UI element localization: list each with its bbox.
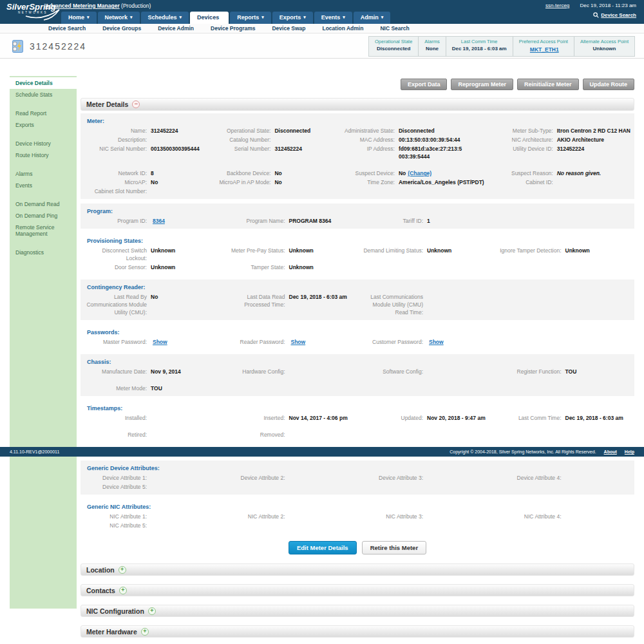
action-button[interactable]: Reinitialize Meter bbox=[517, 79, 579, 90]
nav-tab[interactable]: Schedules ▾ bbox=[141, 12, 189, 24]
field: MicroAP in AP Mode: No bbox=[208, 178, 325, 186]
expand-icon[interactable]: + bbox=[148, 607, 156, 615]
current-datetime: Dec 19, 2018 - 11:23 am bbox=[580, 3, 636, 8]
subnav-item[interactable]: Location Admin bbox=[322, 25, 363, 32]
field: Demand Limiting Status: Unknown bbox=[361, 247, 493, 262]
sidebar-item[interactable]: Read Report bbox=[10, 108, 77, 119]
expand-icon[interactable]: + bbox=[118, 566, 126, 574]
field: Catalog Number: bbox=[208, 136, 325, 144]
field-label: Suspect Reason: bbox=[491, 169, 557, 177]
sidebar-item[interactable]: Diagnostics bbox=[10, 247, 77, 258]
sidebar-item[interactable]: Route History bbox=[10, 149, 77, 161]
expand-icon[interactable]: + bbox=[141, 628, 149, 636]
collapsed-section-header[interactable]: Contacts + bbox=[80, 584, 634, 596]
sidebar-item[interactable]: On Demand Read bbox=[10, 198, 77, 210]
field-link[interactable]: Show bbox=[429, 338, 444, 346]
field: Cabinet ID: bbox=[491, 178, 630, 186]
field-value: Unknown bbox=[151, 247, 175, 254]
nav-tab[interactable]: Devices bbox=[190, 12, 229, 24]
nav-tab[interactable]: Admin ▾ bbox=[354, 12, 391, 24]
field-label: Demand Limiting Status: bbox=[361, 247, 427, 254]
nav-tab[interactable]: Exports ▾ bbox=[272, 12, 313, 24]
field-link[interactable]: Show bbox=[153, 338, 167, 346]
quick-search-label[interactable]: Device Search bbox=[601, 12, 636, 18]
action-button[interactable]: Export Data bbox=[401, 79, 448, 90]
about-link[interactable]: About bbox=[604, 450, 617, 454]
field-label: Last Data Read Processed Time: bbox=[223, 293, 289, 308]
subnav-item[interactable]: NIC Search bbox=[380, 25, 409, 32]
field-label: Utility Device ID: bbox=[491, 145, 557, 153]
field-label: NIC Attribute 5: bbox=[84, 522, 151, 529]
field bbox=[499, 384, 631, 392]
field: Description: bbox=[84, 136, 202, 144]
field: Last Comm Time: Dec 19, 2018 - 6:03 am bbox=[499, 414, 631, 422]
section-heading: Passwords: bbox=[84, 327, 630, 338]
field-link[interactable]: 8364 bbox=[153, 217, 165, 225]
collapsed-section-header[interactable]: Location + bbox=[80, 564, 634, 576]
field-value: No reason given. bbox=[557, 169, 601, 177]
device-sidebar: Device Details Schedule Stats Read Repor… bbox=[10, 76, 77, 609]
nav-tab[interactable]: Home ▾ bbox=[61, 12, 97, 24]
field-label: MicroAP: bbox=[84, 178, 151, 186]
field bbox=[491, 187, 630, 195]
field: Device Attribute 1: bbox=[84, 474, 216, 482]
meter-details-header[interactable]: Meter Details − bbox=[80, 98, 634, 111]
field-label: Tariff ID: bbox=[361, 217, 427, 225]
field-label: Software Config: bbox=[361, 368, 427, 375]
sidebar-item[interactable]: Events bbox=[10, 180, 77, 191]
field-link[interactable]: (Change) bbox=[408, 169, 431, 177]
field-label: Network ID: bbox=[84, 169, 151, 177]
field bbox=[332, 162, 484, 168]
field bbox=[361, 522, 493, 529]
field: Time Zone: America/Los_Angeles (PST/PDT) bbox=[332, 178, 484, 186]
field: Installed: bbox=[84, 414, 216, 422]
collapsed-section-title: NIC Configuration bbox=[86, 607, 144, 615]
nav-tab[interactable]: Network ▾ bbox=[98, 12, 140, 24]
field-label: Tamper State: bbox=[223, 263, 289, 271]
status-cell: Last Comm Time Dec 19, 2018 - 6:03 am bbox=[446, 37, 513, 56]
sidebar-item[interactable]: Remote Service Management bbox=[10, 222, 77, 240]
collapse-icon[interactable]: − bbox=[132, 100, 140, 108]
subnav-item[interactable]: Device Search bbox=[48, 25, 86, 32]
field: Hardware Config: bbox=[223, 368, 355, 375]
field-link[interactable]: Show bbox=[291, 338, 306, 346]
field: Retired: bbox=[84, 431, 216, 439]
nav-tab[interactable]: Events ▾ bbox=[314, 12, 352, 24]
field-label: Description: bbox=[84, 136, 151, 144]
nav-tab[interactable]: Reports ▾ bbox=[230, 12, 271, 24]
app-title-link[interactable]: Advanced Metering Manager bbox=[45, 3, 120, 9]
sidebar-item[interactable]: On Demand Ping bbox=[10, 210, 77, 222]
collapsed-section-header[interactable]: NIC Configuration + bbox=[80, 605, 634, 617]
subnav-item[interactable]: Device Admin bbox=[158, 25, 194, 32]
sidebar-item[interactable]: Device History bbox=[10, 138, 77, 149]
sidebar-item[interactable]: Schedule Stats bbox=[10, 89, 77, 100]
subnav-item[interactable]: Device Swap bbox=[272, 25, 305, 32]
field: Tariff ID: 1 bbox=[361, 217, 493, 225]
username-link[interactable]: ssn-terceg bbox=[545, 3, 569, 8]
sidebar-item[interactable]: Exports bbox=[10, 119, 77, 131]
action-button[interactable]: Update Route bbox=[583, 79, 635, 90]
retire-this-meter-button[interactable]: Retire this Meter bbox=[362, 541, 426, 554]
meter-icon bbox=[10, 39, 24, 54]
action-button[interactable]: Reprogram Meter bbox=[451, 79, 513, 90]
field: Device Attribute 3: bbox=[361, 474, 493, 482]
quick-device-search[interactable]: Device Search bbox=[593, 12, 636, 18]
subnav-item[interactable]: Device Groups bbox=[102, 25, 141, 32]
page: { "topbar": { "logo_line1": "SilverSprin… bbox=[0, 0, 644, 644]
field-label: Installed: bbox=[84, 414, 151, 422]
help-link[interactable]: Help bbox=[625, 450, 634, 454]
field-label: Device Attribute 5: bbox=[84, 483, 151, 491]
edit-meter-details-button[interactable]: Edit Meter Details bbox=[289, 541, 357, 554]
subnav-item[interactable]: Device Programs bbox=[211, 25, 255, 32]
nav-tab-label: Exports bbox=[279, 14, 301, 21]
field: NIC Attribute 2: bbox=[223, 513, 355, 520]
field-label: Inserted: bbox=[223, 414, 289, 422]
status-value-link[interactable]: MKT_ETH1 bbox=[530, 46, 559, 53]
field: Last Read By Communications Module Utili… bbox=[84, 293, 216, 316]
field: Backbone Device: No bbox=[208, 169, 325, 177]
field: Register Function: TOU bbox=[499, 368, 631, 375]
expand-icon[interactable]: + bbox=[119, 587, 127, 594]
sidebar-item[interactable]: Alarms bbox=[10, 168, 77, 180]
sidebar-item[interactable]: Device Details bbox=[10, 77, 77, 89]
collapsed-section-header[interactable]: Meter Hardware + bbox=[80, 625, 634, 638]
